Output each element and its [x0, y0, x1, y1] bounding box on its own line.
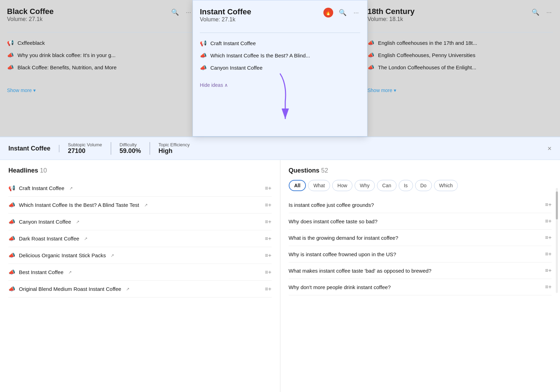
18th-century-divider	[368, 32, 553, 33]
headline-item-4: 📣 Dark Roast Instant Coffee ↗ ≡+	[8, 230, 272, 247]
add-to-list-btn[interactable]: ≡+	[265, 185, 272, 191]
external-link-icon: ↗	[69, 186, 73, 191]
question-item-2: Why does instant coffee taste so bad? ≡+	[289, 213, 552, 230]
add-to-list-btn[interactable]: ≡+	[265, 269, 272, 275]
black-coffee-more-btn[interactable]: ···	[184, 7, 192, 18]
18th-century-title: 18th Century	[368, 7, 414, 16]
headline-item-7: 📣 Original Blend Medium Roast Instant Co…	[8, 281, 272, 298]
speaker-icon: 📣	[8, 286, 15, 292]
headlines-title: Headlines 10	[8, 167, 272, 174]
panel-stat-volume: Subtopic Volume 27100	[68, 142, 111, 155]
speaker-icon: 📣	[7, 52, 14, 58]
speaker-icon: 📣	[368, 52, 374, 58]
speaker-icon: 📣	[8, 218, 15, 225]
speaker-icon: 📣	[7, 64, 14, 71]
scrollbar-track[interactable]	[556, 188, 558, 293]
speaker-icon: 📣	[368, 64, 374, 71]
speaker-icon: 📢	[7, 40, 14, 46]
list-item: 📢 Cxffeeblack	[7, 37, 192, 49]
headline-item-3: 📣 Canyon Instant Coffee ↗ ≡+	[8, 214, 272, 230]
panel-close-btn[interactable]: ×	[547, 145, 552, 153]
question-item-1: Is instant coffee just coffee grounds? ≡…	[289, 197, 552, 213]
detail-panel: Instant Coffee Subtopic Volume 27100 Dif…	[0, 136, 560, 392]
instant-coffee-ideas: 📢 Craft Instant Coffee 📣 Which Instant C…	[200, 37, 360, 74]
black-coffee-ideas: 📢 Cxffeeblack 📣 Why you drink black coff…	[7, 37, 192, 74]
instant-coffee-search-btn[interactable]: 🔍	[337, 7, 348, 18]
black-coffee-search-btn[interactable]: 🔍	[170, 7, 180, 18]
add-to-list-btn[interactable]: ≡+	[265, 252, 272, 259]
18th-century-more-btn[interactable]: ···	[545, 7, 553, 18]
black-coffee-volume: Volume: 27.1k	[7, 16, 54, 22]
list-item: 📣 English Coffeehouses, Penny Universiti…	[368, 49, 553, 61]
questions-title: Questions 52	[289, 167, 552, 174]
question-item-6: Why don't more people drink instant coff…	[289, 279, 552, 295]
filter-tab-is[interactable]: Is	[399, 180, 413, 191]
question-item-3: What is the growing demand for instant c…	[289, 230, 552, 246]
speaker-icon: 📣	[368, 40, 374, 46]
headline-item-1: 📢 Craft Instant Coffee ↗ ≡+	[8, 180, 272, 197]
scrollbar-thumb[interactable]	[556, 191, 558, 219]
panel-stat-difficulty: Difficulty 59.00%	[120, 142, 150, 155]
panel-topic: Instant Coffee	[8, 145, 59, 152]
panel-header: Instant Coffee Subtopic Volume 27100 Dif…	[0, 137, 560, 160]
instant-coffee-title: Instant Coffee	[200, 7, 251, 16]
instant-coffee-more-btn[interactable]: ···	[352, 8, 360, 18]
18th-century-card: 18th Century Volume: 18.1k 🔍 ··· 📣 Engli…	[360, 0, 560, 136]
filter-tab-do[interactable]: Do	[415, 180, 432, 191]
filter-tab-which[interactable]: Which	[434, 180, 458, 191]
headlines-section: Headlines 10 📢 Craft Instant Coffee ↗ ≡+…	[0, 160, 280, 392]
external-link-icon: ↗	[68, 270, 72, 275]
speaker-icon: 📣	[200, 52, 207, 59]
add-to-list-btn[interactable]: ≡+	[545, 218, 552, 224]
add-to-list-btn[interactable]: ≡+	[265, 286, 272, 292]
black-coffee-divider	[7, 32, 192, 33]
speaker-icon: 📣	[200, 64, 207, 71]
panel-body: Headlines 10 📢 Craft Instant Coffee ↗ ≡+…	[0, 160, 560, 392]
filter-tab-what[interactable]: What	[308, 180, 330, 191]
add-to-list-btn[interactable]: ≡+	[545, 234, 552, 241]
list-item: 📣 Canyon Instant Coffee	[200, 62, 360, 74]
filter-tab-all[interactable]: All	[289, 180, 306, 191]
filter-tab-how[interactable]: How	[332, 180, 352, 191]
question-item-5: What makes instant coffee taste 'bad' as…	[289, 262, 552, 279]
18th-century-ideas: 📣 English coffeehouses in the 17th and 1…	[368, 37, 553, 74]
external-link-icon: ↗	[76, 219, 79, 224]
speaker-icon: 📢	[200, 40, 207, 47]
add-to-list-btn[interactable]: ≡+	[545, 202, 552, 208]
add-to-list-btn[interactable]: ≡+	[265, 219, 272, 225]
instant-coffee-card: Instant Coffee Volume: 27.1k 🔥 🔍 ··· 📢 C…	[192, 0, 368, 136]
external-link-icon: ↗	[111, 253, 114, 258]
list-item: 📣 Why you drink black coffee: It's in yo…	[7, 49, 192, 61]
add-to-list-btn[interactable]: ≡+	[545, 251, 552, 257]
filter-tab-can[interactable]: Can	[377, 180, 397, 191]
panel-stat-efficiency: Topic Efficiency High	[159, 142, 198, 155]
instant-coffee-divider	[200, 33, 360, 33]
18th-century-volume: Volume: 18.1k	[368, 16, 414, 22]
list-item: 📣 The London Coffeehouses of the Enlight…	[368, 61, 553, 74]
hide-ideas-btn[interactable]: Hide ideas ∧	[200, 82, 228, 88]
list-item: 📣 English coffeehouses in the 17th and 1…	[368, 37, 553, 49]
add-to-list-btn[interactable]: ≡+	[545, 284, 552, 290]
black-coffee-show-more-btn[interactable]: Show more ▾	[7, 88, 36, 93]
speaker-icon: 📣	[8, 235, 15, 242]
add-to-list-btn[interactable]: ≡+	[265, 202, 272, 208]
question-filter-tabs: All What How Why Can Is Do Which	[289, 180, 552, 191]
list-item: 📣 Black Coffee: Benefits, Nutrition, and…	[7, 61, 192, 74]
speaker-icon: 📣	[8, 269, 15, 275]
18th-century-search-btn[interactable]: 🔍	[530, 7, 541, 18]
speaker-icon: 📣	[8, 252, 15, 259]
list-item: 📢 Craft Instant Coffee	[200, 37, 360, 49]
headline-item-6: 📣 Best Instant Coffee ↗ ≡+	[8, 264, 272, 281]
instant-coffee-volume: Volume: 27.1k	[200, 16, 251, 23]
external-link-icon: ↗	[126, 287, 130, 292]
speaker-icon: 📢	[8, 185, 15, 191]
add-to-list-btn[interactable]: ≡+	[265, 236, 272, 242]
filter-tab-why[interactable]: Why	[355, 180, 375, 191]
headline-item-5: 📣 Delicious Organic Instant Stick Packs …	[8, 247, 272, 264]
list-item: 📣 Which Instant Coffee Is the Best? A Bl…	[200, 49, 360, 62]
add-to-list-btn[interactable]: ≡+	[545, 267, 552, 274]
black-coffee-card: Black Coffee Volume: 27.1k 🔍 ··· 📢 Cxffe…	[0, 0, 200, 136]
headline-item-2: 📣 Which Instant Coffee Is the Best? A Bl…	[8, 197, 272, 214]
external-link-icon: ↗	[84, 236, 88, 241]
18th-century-show-more-btn[interactable]: Show more ▾	[368, 88, 396, 93]
